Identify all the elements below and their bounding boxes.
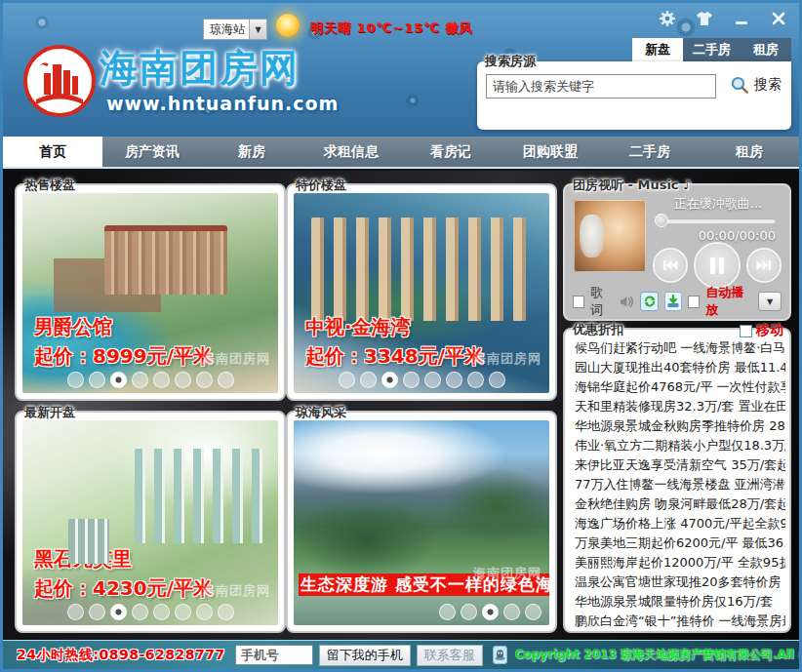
carousel-dot[interactable] [175, 604, 191, 620]
property-price: 起价：8999元/平米 [34, 343, 213, 370]
carousel-dot[interactable] [132, 372, 148, 388]
carousel-dot[interactable] [525, 604, 541, 620]
nav-tab-8[interactable]: 租房 [700, 137, 799, 167]
submit-phone-button[interactable]: 留下我的手机 [319, 645, 411, 666]
nav-tab-6[interactable]: 团购联盟 [501, 137, 600, 167]
qq-chat-icon[interactable] [493, 646, 507, 664]
station-select[interactable]: 琼海站 ▼ [203, 19, 267, 40]
hot-carousel-image[interactable]: 男爵公馆 起价：8999元/平米 海南团房网 [22, 193, 278, 393]
site-name[interactable]: 海南团房网 [100, 42, 300, 95]
carousel-dot[interactable] [67, 372, 84, 388]
refresh-icon[interactable] [640, 292, 658, 311]
newest-carousel-image[interactable]: 黑石九英里 起价：4230元/平米 海南团房网 [22, 420, 278, 625]
nav-tab-4[interactable]: 求租信息 [301, 137, 401, 167]
deal-item[interactable]: 海锦华庭起价4768元/平 一次性付款享96折 [575, 377, 785, 397]
pause-icon [710, 257, 715, 274]
lyrics-checkbox[interactable] [573, 296, 584, 308]
carousel-dot[interactable] [153, 604, 170, 620]
carousel-dot[interactable] [67, 604, 84, 620]
carousel-dot[interactable] [196, 372, 213, 388]
minimize-icon[interactable] [731, 9, 752, 28]
carousel-dot[interactable] [403, 372, 420, 388]
search-tab-1[interactable]: 新盘 [632, 38, 683, 61]
download-icon[interactable] [664, 292, 682, 311]
contact-service-button[interactable]: 联系客服 [417, 645, 483, 666]
carousel-dot[interactable] [467, 372, 484, 388]
search-tab-2[interactable]: 二手房 [683, 38, 741, 61]
carousel-dot[interactable] [360, 372, 377, 388]
carousel-dot[interactable] [446, 372, 462, 388]
deal-item[interactable]: 美丽熙海岸起价12000万/平 全款95折 [575, 553, 785, 573]
playlist-dropdown-button[interactable]: ▼ [758, 292, 782, 311]
search-button-label: 搜索 [754, 76, 782, 94]
mobile-link[interactable]: 移动 [756, 322, 783, 339]
deal-item[interactable]: 海逸广场价格上涨 4700元/平起全款97折 [575, 514, 785, 534]
panel-qionghai-scenery: 琼海风采 生态深度游 感受不一样的绿色海南 海南团房网 [286, 411, 557, 633]
carousel-dot[interactable] [489, 372, 505, 388]
deal-item[interactable]: 77万入住博鳌一线海景楼盘 亚洲湾潜力无限 [575, 475, 785, 494]
special-carousel-image[interactable]: 中视·金海湾 起价：3348元/平米 海南团房网 [294, 193, 549, 393]
search-input[interactable] [486, 74, 716, 99]
image-watermark: 海南团房网 [202, 582, 270, 600]
site-logo[interactable] [22, 44, 97, 118]
deal-item[interactable]: 温泉公寓官塘世家现推20多套特价房 8700元 [575, 573, 785, 592]
skin-theme-icon[interactable] [694, 9, 715, 28]
mobile-option: 移动 [740, 322, 783, 339]
carousel-dot[interactable] [175, 372, 191, 388]
carousel-dot[interactable] [339, 372, 355, 388]
scenery-carousel-image[interactable]: 生态深度游 感受不一样的绿色海南 海南团房网 [294, 420, 549, 625]
property-name: 男爵公馆 [34, 314, 112, 340]
nav-tab-5[interactable]: 看房记 [401, 137, 501, 167]
pause-button[interactable] [696, 244, 739, 287]
search-tab-3[interactable]: 租房 [741, 38, 791, 61]
property-price: 起价：4230元/平米 [34, 575, 213, 602]
carousel-dot[interactable] [503, 604, 520, 620]
deal-item[interactable]: 鹏欣白金湾“银十”推特价 一线海景房最低 [575, 612, 785, 627]
carousel-dot[interactable] [89, 604, 105, 620]
carousel-dot[interactable] [110, 604, 127, 620]
previous-track-button[interactable] [655, 250, 686, 281]
nav-tab-2[interactable]: 房产资讯 [102, 137, 202, 167]
carousel-dot[interactable] [196, 604, 213, 620]
deal-item[interactable]: 金秋绝佳购房 吻泉河畔最低28万/套起 [575, 494, 785, 514]
deal-item[interactable]: 万泉美地三期起价6200元/平 最低36.8万/套 [575, 534, 785, 553]
autoplay-checkbox[interactable] [688, 296, 700, 308]
deal-item[interactable]: 候鸟们赶紧行动吧 一线海景博鳌·白马郡仅 [575, 338, 785, 358]
search-icon [730, 75, 749, 95]
progress-slider[interactable] [657, 218, 776, 223]
phone-input[interactable] [235, 645, 313, 665]
settings-gear-icon[interactable] [657, 9, 678, 28]
volume-icon[interactable] [620, 295, 635, 309]
carousel-dot[interactable] [461, 604, 477, 620]
search-button[interactable]: 搜索 [730, 75, 782, 95]
copyright-text: Copyright 2013 琼海天地源房产营销有限公司.All rights … [515, 647, 799, 663]
deal-item[interactable]: 来伊比亚天逸享受清新空气 35万/套起 [575, 455, 785, 475]
nav-tab-7[interactable]: 二手房 [600, 137, 700, 167]
deal-item[interactable]: 园山大厦现推出40套特价房 最低11.4万/套 [575, 358, 785, 377]
deal-item[interactable]: 天和里精装修现房32.3万/套 置业在田园城 [575, 397, 785, 416]
deal-item[interactable]: 华地源泉景城金秋购房季推特价房 28万/套 [575, 416, 785, 436]
nav-tab-1[interactable]: 首页 [3, 137, 102, 167]
site-url[interactable]: www.hntuanfun.com [106, 93, 339, 114]
mobile-checkbox[interactable] [740, 325, 752, 337]
slider-knob[interactable] [655, 214, 668, 227]
carousel-dot[interactable] [89, 372, 105, 388]
chevron-down-icon[interactable]: ▼ [249, 20, 266, 39]
deal-item[interactable]: 伟业·氧立方二期精装小户型仅18.3万/套 [575, 436, 785, 455]
carousel-dot[interactable] [132, 604, 148, 620]
carousel-dot[interactable] [153, 372, 170, 388]
carousel-dot[interactable] [482, 604, 499, 620]
deal-item[interactable]: 华地源泉景城限量特价房仅16万/套 [575, 592, 785, 612]
carousel-dot[interactable] [218, 604, 234, 620]
carousel-dot[interactable] [381, 372, 398, 388]
panel-hot-sale-title: 热售楼盘 [24, 177, 75, 194]
footer-bar: 24小时热线:0898-62828777 留下我的手机 联系客服 Copyrig… [3, 640, 799, 669]
close-icon[interactable] [768, 9, 789, 28]
carousel-dot[interactable] [218, 372, 234, 388]
carousel-dot[interactable] [424, 372, 441, 388]
nav-tab-3[interactable]: 新房 [202, 137, 301, 167]
next-track-button[interactable] [748, 250, 780, 281]
autoplay-label: 自动播放 [705, 284, 752, 319]
carousel-dot[interactable] [439, 604, 456, 620]
carousel-dot[interactable] [110, 372, 127, 388]
